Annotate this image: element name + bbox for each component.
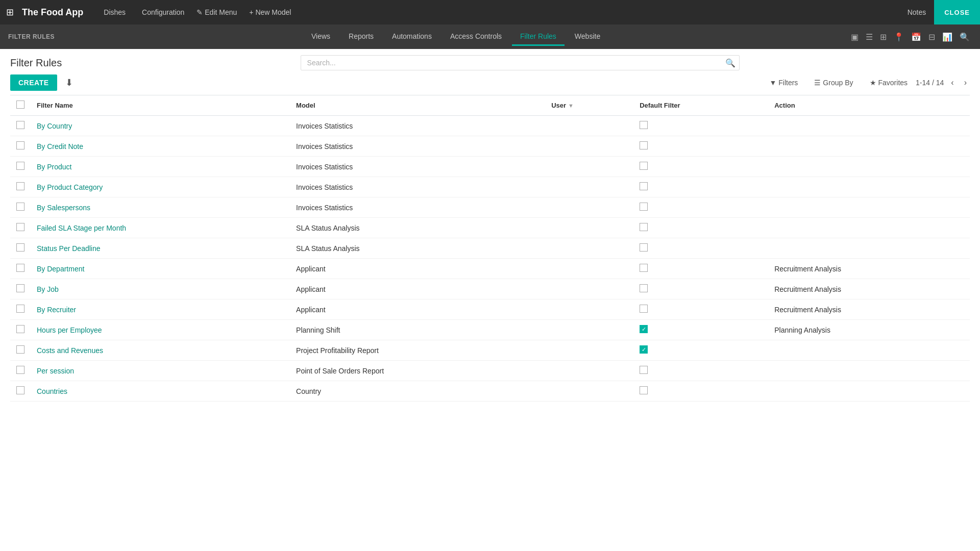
row-checkbox[interactable] bbox=[16, 121, 24, 129]
row-checkbox-cell[interactable] bbox=[10, 136, 31, 157]
user-sort-btn[interactable]: User ▼ bbox=[551, 102, 574, 109]
nav-reports[interactable]: Reports bbox=[340, 28, 382, 46]
close-button[interactable]: CLOSE bbox=[934, 0, 980, 24]
col-user[interactable]: User ▼ bbox=[545, 95, 633, 116]
default-filter-checkbox[interactable] bbox=[640, 141, 648, 149]
default-filter-cell[interactable] bbox=[633, 320, 768, 340]
default-filter-checkbox[interactable] bbox=[640, 203, 648, 211]
default-filter-checkbox[interactable] bbox=[640, 264, 648, 272]
default-filter-cell[interactable] bbox=[633, 361, 768, 381]
row-checkbox-cell[interactable] bbox=[10, 177, 31, 197]
row-checkbox[interactable] bbox=[16, 345, 24, 354]
select-all-checkbox[interactable] bbox=[16, 101, 24, 109]
map-icon[interactable]: 📍 bbox=[892, 30, 906, 44]
default-filter-cell[interactable] bbox=[633, 218, 768, 238]
action-cell bbox=[768, 116, 970, 136]
default-filter-cell[interactable] bbox=[633, 136, 768, 157]
model-cell: Project Profitability Report bbox=[290, 340, 545, 361]
list-icon[interactable]: ☰ bbox=[864, 30, 875, 44]
default-filter-cell[interactable] bbox=[633, 157, 768, 177]
row-checkbox-cell[interactable] bbox=[10, 116, 31, 136]
default-filter-checkbox[interactable] bbox=[640, 305, 648, 313]
create-button[interactable]: CREATE bbox=[10, 74, 57, 91]
default-filter-cell[interactable] bbox=[633, 279, 768, 299]
row-checkbox-cell[interactable] bbox=[10, 157, 31, 177]
default-filter-cell[interactable] bbox=[633, 299, 768, 320]
default-filter-checkbox[interactable] bbox=[640, 121, 648, 129]
row-checkbox[interactable] bbox=[16, 141, 24, 149]
nav-dishes[interactable]: Dishes bbox=[100, 6, 130, 18]
row-checkbox[interactable] bbox=[16, 284, 24, 292]
group-by-button[interactable]: ☰ Group By bbox=[810, 77, 857, 89]
row-checkbox-cell[interactable] bbox=[10, 320, 31, 340]
default-filter-checkbox[interactable] bbox=[640, 345, 648, 354]
grid-view-icon[interactable]: ⊞ bbox=[878, 30, 889, 44]
model-cell: SLA Status Analysis bbox=[290, 218, 545, 238]
kanban-icon[interactable]: ▣ bbox=[849, 30, 861, 44]
new-model-btn[interactable]: + New Model bbox=[249, 8, 291, 16]
filters-button[interactable]: ▼ Filters bbox=[765, 77, 802, 89]
edit-menu-btn[interactable]: ✎ Edit Menu bbox=[197, 8, 237, 16]
nav-filter-rules[interactable]: Filter Rules bbox=[512, 28, 565, 46]
default-filter-checkbox[interactable] bbox=[640, 284, 648, 292]
row-checkbox-cell[interactable] bbox=[10, 279, 31, 299]
grid-icon[interactable]: ⊞ bbox=[6, 7, 14, 18]
row-checkbox-cell[interactable] bbox=[10, 238, 31, 259]
table-icon[interactable]: ⊟ bbox=[926, 30, 937, 44]
row-checkbox-cell[interactable] bbox=[10, 299, 31, 320]
calendar-icon[interactable]: 📅 bbox=[909, 30, 923, 44]
user-cell bbox=[545, 381, 633, 402]
row-checkbox-cell[interactable] bbox=[10, 197, 31, 218]
search-icon-nav[interactable]: 🔍 bbox=[958, 30, 972, 44]
col-default-filter: Default Filter bbox=[633, 95, 768, 116]
app-title: The Food App bbox=[22, 7, 83, 18]
row-checkbox[interactable] bbox=[16, 243, 24, 252]
default-filter-cell[interactable] bbox=[633, 340, 768, 361]
row-checkbox-cell[interactable] bbox=[10, 340, 31, 361]
notes-btn[interactable]: Notes bbox=[908, 8, 926, 16]
default-filter-cell[interactable] bbox=[633, 381, 768, 402]
default-filter-cell[interactable] bbox=[633, 238, 768, 259]
default-filter-checkbox[interactable] bbox=[640, 366, 648, 374]
default-filter-checkbox[interactable] bbox=[640, 243, 648, 252]
row-checkbox-cell[interactable] bbox=[10, 381, 31, 402]
download-button[interactable]: ⬇ bbox=[61, 75, 77, 90]
row-checkbox[interactable] bbox=[16, 264, 24, 272]
model-cell: Invoices Statistics bbox=[290, 136, 545, 157]
action-cell: Recruitment Analysis bbox=[768, 279, 970, 299]
row-checkbox-cell[interactable] bbox=[10, 218, 31, 238]
search-button[interactable]: 🔍 bbox=[725, 58, 736, 68]
action-cell: Recruitment Analysis bbox=[768, 299, 970, 320]
row-checkbox[interactable] bbox=[16, 325, 24, 333]
nav-automations[interactable]: Automations bbox=[384, 28, 440, 46]
row-checkbox[interactable] bbox=[16, 162, 24, 170]
default-filter-cell[interactable] bbox=[633, 177, 768, 197]
row-checkbox[interactable] bbox=[16, 305, 24, 313]
row-checkbox[interactable] bbox=[16, 386, 24, 394]
default-filter-checkbox[interactable] bbox=[640, 182, 648, 190]
next-page-button[interactable]: › bbox=[961, 77, 970, 88]
filter-rules-label: FILTER RULES bbox=[8, 33, 55, 40]
nav-website[interactable]: Website bbox=[567, 28, 608, 46]
default-filter-checkbox[interactable] bbox=[640, 162, 648, 170]
nav-configuration[interactable]: Configuration bbox=[138, 6, 188, 18]
default-filter-checkbox[interactable] bbox=[640, 223, 648, 231]
select-all-cell[interactable] bbox=[10, 95, 31, 116]
row-checkbox[interactable] bbox=[16, 223, 24, 231]
search-input[interactable] bbox=[301, 55, 740, 70]
row-checkbox[interactable] bbox=[16, 366, 24, 374]
default-filter-cell[interactable] bbox=[633, 197, 768, 218]
favorites-button[interactable]: ★ Favorites bbox=[866, 77, 912, 89]
chart-icon[interactable]: 📊 bbox=[940, 30, 954, 44]
default-filter-cell[interactable] bbox=[633, 259, 768, 279]
row-checkbox-cell[interactable] bbox=[10, 259, 31, 279]
row-checkbox[interactable] bbox=[16, 182, 24, 190]
default-filter-checkbox[interactable] bbox=[640, 325, 648, 333]
row-checkbox[interactable] bbox=[16, 203, 24, 211]
default-filter-cell[interactable] bbox=[633, 116, 768, 136]
row-checkbox-cell[interactable] bbox=[10, 361, 31, 381]
prev-page-button[interactable]: ‹ bbox=[948, 77, 957, 88]
default-filter-checkbox[interactable] bbox=[640, 386, 648, 394]
nav-views[interactable]: Views bbox=[303, 28, 338, 46]
nav-access-controls[interactable]: Access Controls bbox=[442, 28, 510, 46]
